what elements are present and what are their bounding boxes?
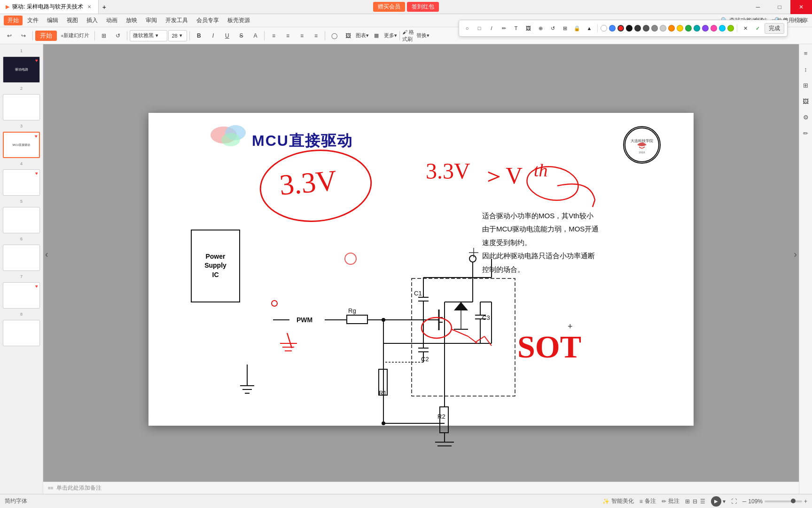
smart-art-btn[interactable]: ▦	[370, 30, 383, 42]
ann-color-blue[interactable]	[609, 25, 616, 32]
menu-review[interactable]: 审阅	[142, 16, 161, 25]
menu-insert[interactable]: 插入	[83, 16, 102, 25]
ann-pen-btn[interactable]: ✏	[499, 23, 509, 33]
slide-thumb-3[interactable]: MCU直接驱动 ♥	[3, 132, 40, 158]
menu-member[interactable]: 会员专享	[193, 16, 223, 25]
font-size-dropdown[interactable]: 28 ▾	[168, 30, 187, 41]
ann-lock-btn[interactable]: 🔒	[572, 23, 582, 33]
zoom-out-btn[interactable]: ─	[742, 498, 747, 505]
reset-btn[interactable]: ↺	[111, 30, 125, 42]
italic-btn[interactable]: I	[206, 30, 219, 42]
ai-beautify-btn[interactable]: ✨ 智能美化	[602, 497, 634, 505]
right-panel-icon-6[interactable]: ✏	[801, 128, 811, 138]
share-btn[interactable]: ↗ 分享	[791, 17, 808, 24]
more-btn[interactable]: 更多▾	[384, 30, 397, 42]
shape-btn[interactable]: ◯	[328, 30, 341, 42]
slide-canvas[interactable]: MCU直接驱动 大连科技学院 2016 Power Supply I	[148, 113, 694, 426]
note-bar[interactable]: ≡≡ 单击此处添加备注	[43, 482, 799, 494]
right-panel-icon-3[interactable]: ⊞	[801, 80, 811, 90]
slide-thumb-7[interactable]: ♥	[3, 282, 40, 309]
format-painter-btn[interactable]: 🖌 格式刷	[402, 30, 415, 42]
font-family-dropdown[interactable]: 微软雅黑 ▾	[130, 30, 167, 41]
replace-btn[interactable]: 替换▾	[416, 30, 429, 42]
redo-btn[interactable]: ↪	[17, 30, 30, 42]
slide-thumb-4[interactable]: ♥	[3, 169, 40, 196]
align-center-btn[interactable]: ≡	[281, 30, 294, 42]
close-btn[interactable]: ✕	[790, 0, 812, 14]
fullscreen-btn[interactable]: ⛶	[731, 498, 737, 505]
annotate-btn[interactable]: ✏ 批注	[662, 497, 679, 505]
right-panel-icon-4[interactable]: 🖼	[801, 96, 811, 106]
right-panel-icon-1[interactable]: ≡	[801, 48, 811, 58]
ann-color-yellow[interactable]	[677, 25, 683, 32]
slide-thumb-8[interactable]	[3, 320, 40, 346]
ann-color-black[interactable]	[626, 25, 632, 32]
view-grid-btn[interactable]: ⊟	[693, 498, 697, 505]
slide-thumb-6[interactable]	[3, 245, 40, 271]
align-left-btn[interactable]: ≡	[267, 30, 280, 42]
menu-start[interactable]: 开始	[4, 16, 23, 25]
undo-btn[interactable]: ↩	[3, 30, 16, 42]
slide-thumb-5[interactable]	[3, 207, 40, 233]
bold-btn[interactable]: B	[192, 30, 205, 42]
ann-color-orange[interactable]	[668, 25, 675, 32]
ann-color-darkgray[interactable]	[643, 25, 649, 32]
ann-color-silver[interactable]	[660, 25, 666, 32]
play-btn[interactable]: ▶	[711, 496, 721, 507]
ann-color-teal[interactable]	[694, 25, 700, 32]
prev-slide-btn[interactable]: ‹	[45, 249, 48, 260]
chart-btn[interactable]: 图表▾	[356, 30, 369, 42]
ann-text-btn[interactable]: T	[511, 23, 521, 33]
menu-animation[interactable]: 动画	[102, 16, 121, 25]
text-color-btn[interactable]: A	[249, 30, 262, 42]
ann-color-purple[interactable]	[702, 25, 709, 32]
zoom-slider[interactable]	[765, 500, 802, 502]
slide-thumb-1[interactable]: 驱动电路 ♥	[3, 56, 40, 83]
ann-color-pink[interactable]	[710, 25, 717, 32]
gift-member-btn[interactable]: 赠买会员	[373, 2, 405, 12]
window-tab[interactable]: ▶ 驱动: 采样电路与软开关技术 ✕	[0, 0, 99, 14]
ann-close-btn[interactable]: ✕	[740, 23, 750, 33]
ann-flag-btn[interactable]: ▲	[584, 23, 594, 33]
right-panel-icon-2[interactable]: ↕	[801, 64, 811, 74]
tab-close-btn[interactable]: ✕	[86, 4, 93, 10]
ann-color-lime[interactable]	[727, 25, 734, 32]
play-dropdown[interactable]: ▾	[723, 498, 726, 505]
align-justify-btn[interactable]: ≡	[309, 30, 322, 42]
menu-file[interactable]: 文件	[23, 16, 42, 25]
slide-thumb-2[interactable]	[3, 94, 40, 120]
view-reader-btn[interactable]: ☰	[700, 498, 705, 505]
ann-check-btn[interactable]: ✓	[752, 23, 763, 33]
ann-color-gray[interactable]	[651, 25, 658, 32]
ann-line-btn[interactable]: /	[486, 23, 497, 33]
menu-edit[interactable]: 编辑	[43, 16, 62, 25]
ann-color-red[interactable]	[617, 25, 624, 32]
ann-color-white[interactable]	[601, 25, 607, 32]
ann-color-dark[interactable]	[634, 25, 641, 32]
comment-view-btn[interactable]: ≡ 备注	[640, 497, 656, 505]
ann-done-btn[interactable]: 完成	[765, 23, 784, 34]
new-slide-btn[interactable]: + 新建幻灯片	[58, 30, 92, 42]
strikethrough-btn[interactable]: S	[234, 30, 248, 42]
ann-undo-btn[interactable]: ↺	[547, 23, 558, 33]
right-panel-icon-5[interactable]: ⚙	[801, 112, 811, 122]
maximize-btn[interactable]: □	[769, 0, 790, 14]
menu-resources[interactable]: 板壳资源	[224, 16, 254, 25]
image-btn[interactable]: 🖼	[342, 30, 355, 42]
align-right-btn[interactable]: ≡	[295, 30, 308, 42]
start-tab[interactable]: 开始	[35, 31, 57, 41]
note-placeholder[interactable]: 单击此处添加备注	[56, 484, 102, 492]
ann-plus-btn[interactable]: ⊕	[535, 23, 546, 33]
next-slide-btn[interactable]: ›	[794, 249, 797, 260]
minimize-btn[interactable]: ─	[747, 0, 769, 14]
view-normal-btn[interactable]: ⊞	[685, 498, 690, 505]
ann-circle-btn[interactable]: ○	[462, 23, 472, 33]
ann-rect-btn[interactable]: □	[474, 23, 484, 33]
zoom-in-btn[interactable]: +	[804, 498, 807, 505]
underline-btn[interactable]: U	[220, 30, 234, 42]
menu-devtools[interactable]: 开发工具	[162, 16, 192, 25]
menu-slideshow[interactable]: 放映	[122, 16, 141, 25]
ann-color-green[interactable]	[685, 25, 692, 32]
layout-btn[interactable]: ⊞	[97, 30, 110, 42]
ann-color-cyan[interactable]	[719, 25, 726, 32]
